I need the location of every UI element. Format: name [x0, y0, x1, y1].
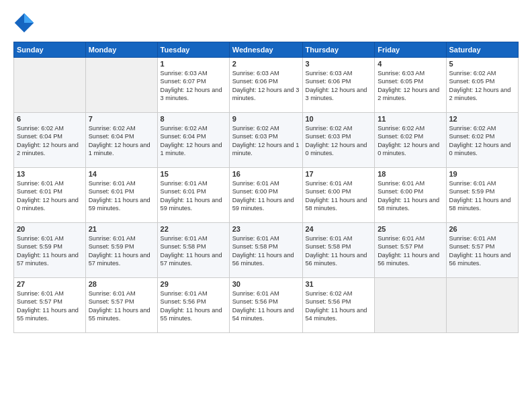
day-info: Sunrise: 6:01 AM Sunset: 5:58 PM Dayligh… [161, 234, 226, 268]
day-info: Sunrise: 6:01 AM Sunset: 5:58 PM Dayligh… [306, 234, 372, 268]
day-info: Sunrise: 6:01 AM Sunset: 5:57 PM Dayligh… [17, 289, 83, 323]
day-number: 16 [232, 170, 300, 178]
calendar-cell: 31Sunrise: 6:02 AM Sunset: 5:56 PM Dayli… [302, 278, 375, 333]
weekday-header-sunday: Sunday [14, 42, 86, 58]
calendar-cell: 3Sunrise: 6:03 AM Sunset: 6:06 PM Daylig… [302, 58, 375, 113]
day-number: 27 [17, 280, 83, 288]
logo-icon [13, 12, 35, 34]
day-number: 1 [161, 60, 226, 68]
calendar-cell: 9Sunrise: 6:02 AM Sunset: 6:03 PM Daylig… [229, 113, 302, 168]
calendar-cell: 16Sunrise: 6:01 AM Sunset: 6:00 PM Dayli… [229, 168, 302, 223]
calendar-week-1: 1Sunrise: 6:03 AM Sunset: 6:07 PM Daylig… [14, 58, 519, 113]
calendar-cell: 12Sunrise: 6:02 AM Sunset: 6:02 PM Dayli… [446, 113, 519, 168]
day-info: Sunrise: 6:03 AM Sunset: 6:06 PM Dayligh… [232, 69, 300, 103]
day-info: Sunrise: 6:02 AM Sunset: 6:04 PM Dayligh… [17, 124, 83, 158]
day-info: Sunrise: 6:02 AM Sunset: 6:02 PM Dayligh… [449, 124, 516, 158]
day-info: Sunrise: 6:01 AM Sunset: 5:57 PM Dayligh… [378, 234, 443, 268]
day-info: Sunrise: 6:01 AM Sunset: 6:00 PM Dayligh… [378, 179, 443, 213]
page: SundayMondayTuesdayWednesdayThursdayFrid… [0, 0, 532, 340]
calendar-cell: 17Sunrise: 6:01 AM Sunset: 6:00 PM Dayli… [302, 168, 375, 223]
day-number: 23 [232, 225, 300, 233]
calendar-cell [85, 58, 157, 113]
calendar-cell: 26Sunrise: 6:01 AM Sunset: 5:57 PM Dayli… [446, 223, 519, 278]
day-number: 7 [89, 115, 154, 123]
weekday-header-wednesday: Wednesday [229, 42, 302, 58]
day-info: Sunrise: 6:01 AM Sunset: 5:56 PM Dayligh… [232, 289, 300, 323]
day-info: Sunrise: 6:01 AM Sunset: 5:59 PM Dayligh… [89, 234, 154, 268]
day-number: 6 [17, 115, 83, 123]
weekday-header-monday: Monday [85, 42, 157, 58]
weekday-header-friday: Friday [375, 42, 446, 58]
day-number: 31 [306, 280, 372, 288]
logo [13, 12, 38, 34]
day-info: Sunrise: 6:02 AM Sunset: 6:03 PM Dayligh… [306, 124, 372, 158]
day-info: Sunrise: 6:02 AM Sunset: 6:04 PM Dayligh… [161, 124, 226, 158]
day-number: 28 [89, 280, 154, 288]
day-info: Sunrise: 6:01 AM Sunset: 5:59 PM Dayligh… [449, 179, 516, 213]
day-number: 29 [161, 280, 226, 288]
calendar-cell [375, 278, 446, 333]
day-number: 2 [232, 60, 300, 68]
day-info: Sunrise: 6:01 AM Sunset: 5:56 PM Dayligh… [161, 289, 226, 323]
day-info: Sunrise: 6:03 AM Sunset: 6:07 PM Dayligh… [161, 69, 226, 103]
day-info: Sunrise: 6:01 AM Sunset: 5:57 PM Dayligh… [89, 289, 154, 323]
calendar-cell: 1Sunrise: 6:03 AM Sunset: 6:07 PM Daylig… [157, 58, 229, 113]
day-number: 12 [449, 115, 516, 123]
calendar-cell: 5Sunrise: 6:02 AM Sunset: 6:05 PM Daylig… [446, 58, 519, 113]
calendar-cell: 23Sunrise: 6:01 AM Sunset: 5:58 PM Dayli… [229, 223, 302, 278]
calendar-cell: 27Sunrise: 6:01 AM Sunset: 5:57 PM Dayli… [14, 278, 86, 333]
day-number: 30 [232, 280, 300, 288]
day-number: 26 [449, 225, 516, 233]
day-number: 22 [161, 225, 226, 233]
calendar-cell: 8Sunrise: 6:02 AM Sunset: 6:04 PM Daylig… [157, 113, 229, 168]
calendar-cell: 30Sunrise: 6:01 AM Sunset: 5:56 PM Dayli… [229, 278, 302, 333]
calendar-cell: 29Sunrise: 6:01 AM Sunset: 5:56 PM Dayli… [157, 278, 229, 333]
weekday-header-saturday: Saturday [446, 42, 519, 58]
calendar-cell [446, 278, 519, 333]
calendar-cell: 11Sunrise: 6:02 AM Sunset: 6:02 PM Dayli… [375, 113, 446, 168]
day-number: 9 [232, 115, 300, 123]
day-number: 8 [161, 115, 226, 123]
day-number: 18 [378, 170, 443, 178]
day-info: Sunrise: 6:02 AM Sunset: 6:04 PM Dayligh… [89, 124, 154, 158]
calendar-cell: 6Sunrise: 6:02 AM Sunset: 6:04 PM Daylig… [14, 113, 86, 168]
day-number: 13 [17, 170, 83, 178]
calendar-cell: 18Sunrise: 6:01 AM Sunset: 6:00 PM Dayli… [375, 168, 446, 223]
day-number: 19 [449, 170, 516, 178]
day-number: 4 [378, 60, 443, 68]
day-info: Sunrise: 6:01 AM Sunset: 6:01 PM Dayligh… [161, 179, 226, 213]
day-number: 21 [89, 225, 154, 233]
weekday-header-thursday: Thursday [302, 42, 375, 58]
calendar-cell: 14Sunrise: 6:01 AM Sunset: 6:01 PM Dayli… [85, 168, 157, 223]
header [13, 12, 519, 34]
day-info: Sunrise: 6:01 AM Sunset: 5:58 PM Dayligh… [232, 234, 300, 268]
calendar-cell: 7Sunrise: 6:02 AM Sunset: 6:04 PM Daylig… [85, 113, 157, 168]
calendar-cell: 28Sunrise: 6:01 AM Sunset: 5:57 PM Dayli… [85, 278, 157, 333]
weekday-header-tuesday: Tuesday [157, 42, 229, 58]
calendar-cell: 10Sunrise: 6:02 AM Sunset: 6:03 PM Dayli… [302, 113, 375, 168]
calendar-table: SundayMondayTuesdayWednesdayThursdayFrid… [13, 42, 519, 333]
calendar-cell [14, 58, 86, 113]
day-info: Sunrise: 6:02 AM Sunset: 6:02 PM Dayligh… [378, 124, 443, 158]
day-number: 14 [89, 170, 154, 178]
day-info: Sunrise: 6:03 AM Sunset: 6:06 PM Dayligh… [306, 69, 372, 103]
day-info: Sunrise: 6:02 AM Sunset: 6:03 PM Dayligh… [232, 124, 300, 158]
calendar-week-2: 6Sunrise: 6:02 AM Sunset: 6:04 PM Daylig… [14, 113, 519, 168]
day-info: Sunrise: 6:01 AM Sunset: 6:01 PM Dayligh… [89, 179, 154, 213]
calendar-cell: 21Sunrise: 6:01 AM Sunset: 5:59 PM Dayli… [85, 223, 157, 278]
calendar-week-4: 20Sunrise: 6:01 AM Sunset: 5:59 PM Dayli… [14, 223, 519, 278]
calendar-week-3: 13Sunrise: 6:01 AM Sunset: 6:01 PM Dayli… [14, 168, 519, 223]
day-number: 11 [378, 115, 443, 123]
calendar-cell: 25Sunrise: 6:01 AM Sunset: 5:57 PM Dayli… [375, 223, 446, 278]
day-number: 20 [17, 225, 83, 233]
svg-marker-1 [24, 13, 34, 23]
day-number: 10 [306, 115, 372, 123]
calendar-cell: 15Sunrise: 6:01 AM Sunset: 6:01 PM Dayli… [157, 168, 229, 223]
day-number: 25 [378, 225, 443, 233]
day-number: 15 [161, 170, 226, 178]
day-number: 3 [306, 60, 372, 68]
calendar-cell: 24Sunrise: 6:01 AM Sunset: 5:58 PM Dayli… [302, 223, 375, 278]
calendar-cell: 19Sunrise: 6:01 AM Sunset: 5:59 PM Dayli… [446, 168, 519, 223]
day-info: Sunrise: 6:01 AM Sunset: 6:00 PM Dayligh… [232, 179, 300, 213]
calendar-cell: 13Sunrise: 6:01 AM Sunset: 6:01 PM Dayli… [14, 168, 86, 223]
